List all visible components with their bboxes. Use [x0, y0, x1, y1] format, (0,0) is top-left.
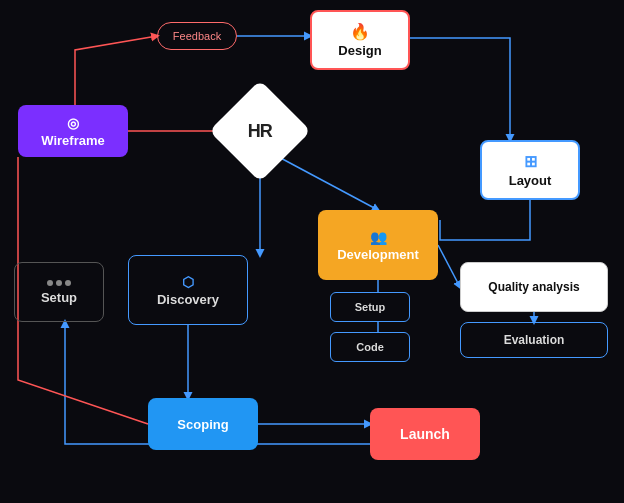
layout-icon: ⊞: [524, 152, 537, 171]
development-node[interactable]: 👥 Development: [318, 210, 438, 280]
design-label: Design: [338, 43, 381, 58]
layout-label: Layout: [509, 173, 552, 188]
setup-dev-node[interactable]: Setup: [330, 292, 410, 322]
launch-label: Launch: [400, 426, 450, 442]
discovery-node[interactable]: ⬡ Discovery: [128, 255, 248, 325]
wireframe-icon: ◎: [67, 115, 79, 131]
evaluation-node[interactable]: Evaluation: [460, 322, 608, 358]
layout-node[interactable]: ⊞ Layout: [480, 140, 580, 200]
quality-node[interactable]: Quality analysis: [460, 262, 608, 312]
scoping-label: Scoping: [177, 417, 228, 432]
discovery-label: Discovery: [157, 292, 219, 307]
hr-label: HR: [248, 121, 272, 142]
development-label: Development: [337, 247, 419, 262]
launch-node[interactable]: Launch: [370, 408, 480, 460]
scoping-node[interactable]: Scoping: [148, 398, 258, 450]
code-label: Code: [356, 341, 384, 353]
code-node[interactable]: Code: [330, 332, 410, 362]
hr-node[interactable]: HR: [209, 80, 311, 182]
setup-left-label: Setup: [41, 290, 77, 305]
quality-label: Quality analysis: [488, 280, 579, 294]
wireframe-label: Wireframe: [41, 133, 104, 148]
discovery-icon: ⬡: [182, 274, 194, 290]
setup-dev-label: Setup: [355, 301, 386, 313]
setup-left-node[interactable]: Setup: [14, 262, 104, 322]
window-dots: [47, 280, 71, 286]
wireframe-node[interactable]: ◎ Wireframe: [18, 105, 128, 157]
design-icon: 🔥: [350, 22, 370, 41]
evaluation-label: Evaluation: [504, 333, 565, 347]
development-icon: 👥: [370, 229, 387, 245]
design-node[interactable]: 🔥 Design: [310, 10, 410, 70]
feedback-label: Feedback: [173, 30, 221, 42]
feedback-node[interactable]: Feedback: [157, 22, 237, 50]
